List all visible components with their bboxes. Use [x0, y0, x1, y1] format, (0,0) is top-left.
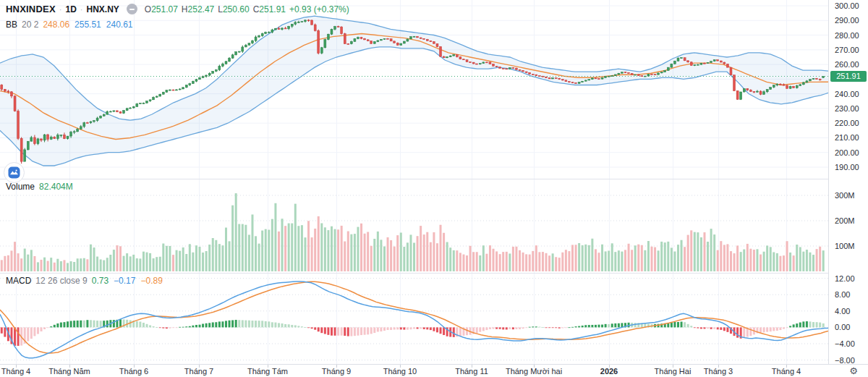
macd-signal-value: −0.89 — [140, 276, 162, 286]
time-tick-label: Tháng 7 — [184, 367, 213, 376]
exchange-logo-button[interactable] — [4, 162, 25, 183]
macd-indicator-legend[interactable]: MACD 12 26 close 9 0.73 −0.17 −0.89 — [6, 276, 163, 286]
change-value: +0.93 (+0.37%) — [289, 4, 349, 14]
gear-icon[interactable]: ⚙ — [849, 365, 858, 376]
time-tick-label: Tháng 3 — [704, 367, 733, 376]
volume-value: 82.404M — [39, 182, 73, 192]
time-tick-label: Tháng 11 — [455, 367, 488, 376]
price-tick-label: 240.00 — [835, 90, 859, 98]
mountain-logo-icon — [8, 166, 20, 179]
macd-name: MACD — [6, 276, 31, 286]
volume-tick-label: 200M — [835, 216, 855, 225]
price-tick-label: 290.00 — [835, 16, 859, 25]
open-value: 251.07 — [151, 4, 178, 14]
price-tick-label: 200.00 — [835, 148, 859, 157]
price-tick-label: 280.00 — [835, 31, 859, 40]
time-tick-label: Tháng 6 — [119, 367, 148, 376]
high-value: 252.47 — [188, 4, 215, 14]
time-tick-label: 2026 — [600, 367, 618, 376]
macd-tick-label: 4.00 — [835, 307, 850, 315]
time-tick-label: Tháng Mười hai — [506, 367, 562, 376]
macd-tick-label: 12.00 — [835, 274, 855, 283]
ohlc-readout: O251.07 H252.47 L250.60 C251.91 +0.93 (+… — [145, 4, 349, 14]
macd-hist-value: 0.73 — [92, 276, 109, 286]
macd-line-value: −0.17 — [114, 276, 135, 286]
bb-basis-value: 248.06 — [43, 20, 69, 30]
time-tick-label: Tháng 10 — [383, 367, 417, 376]
exchange-label: HNX.NY — [86, 4, 119, 14]
separator-dot: · — [59, 5, 62, 14]
time-tick-label: Tháng 9 — [322, 367, 351, 376]
time-tick-label: Tháng Năm — [48, 367, 90, 376]
bb-name: BB — [6, 20, 17, 30]
price-tick-label: 220.00 — [835, 119, 859, 127]
volume-tick-label: 300M — [835, 191, 855, 200]
open-key: O — [145, 4, 151, 14]
bb-indicator-legend[interactable]: BB 20 2 248.06 255.51 240.61 — [6, 20, 132, 30]
symbol-name: HNXINDEX — [6, 4, 56, 14]
macd-tick-label: 0.00 — [835, 323, 850, 331]
time-tick-label: Tháng Tám — [247, 367, 288, 376]
price-tick-label: 260.00 — [835, 60, 859, 69]
price-tick-label: 210.00 — [835, 133, 859, 142]
price-tick-label: 270.00 — [835, 46, 859, 54]
close-key: C — [253, 4, 260, 14]
hide-series-button[interactable] — [127, 4, 137, 14]
macd-tick-label: −4.00 — [835, 339, 855, 348]
time-tick-label: Tháng 4 — [1, 367, 30, 376]
low-key: L — [218, 4, 223, 14]
volume-tick-label: 100M — [835, 242, 855, 250]
close-value: 251.91 — [259, 4, 286, 14]
volume-indicator-legend[interactable]: Volume 82.404M — [6, 182, 73, 192]
macd-tick-label: 8.00 — [835, 290, 850, 299]
bb-upper-value: 255.51 — [75, 20, 101, 30]
price-chart-canvas[interactable] — [0, 0, 828, 364]
last-price-badge: 251.91 — [830, 71, 867, 82]
high-key: H — [182, 4, 188, 14]
macd-params: 12 26 close 9 — [35, 276, 87, 286]
volume-name: Volume — [6, 182, 35, 192]
bb-lower-value: 240.61 — [106, 20, 133, 30]
price-scale-axis[interactable]: 251.91 300.00290.00280.00270.00260.00250… — [828, 0, 868, 364]
macd-tick-label: −8.00 — [835, 356, 855, 365]
interval-label: 1D — [65, 4, 76, 14]
low-value: 250.60 — [223, 4, 250, 14]
price-tick-label: 190.00 — [835, 163, 859, 171]
main-series-legend[interactable]: HNXINDEX · 1D · HNX.NY O251.07 H252.47 L… — [6, 4, 349, 14]
separator-dot: · — [80, 5, 83, 14]
time-scale-axis[interactable]: ⚙ Tháng 4Tháng NămTháng 6Tháng 7Tháng Tá… — [0, 364, 868, 377]
bb-params: 20 2 — [22, 20, 38, 30]
time-tick-label: Tháng Hai — [655, 367, 692, 376]
time-tick-label: Tháng 4 — [772, 367, 801, 376]
minus-icon — [129, 9, 135, 10]
price-tick-label: 230.00 — [835, 104, 859, 113]
price-tick-label: 300.00 — [835, 1, 859, 10]
